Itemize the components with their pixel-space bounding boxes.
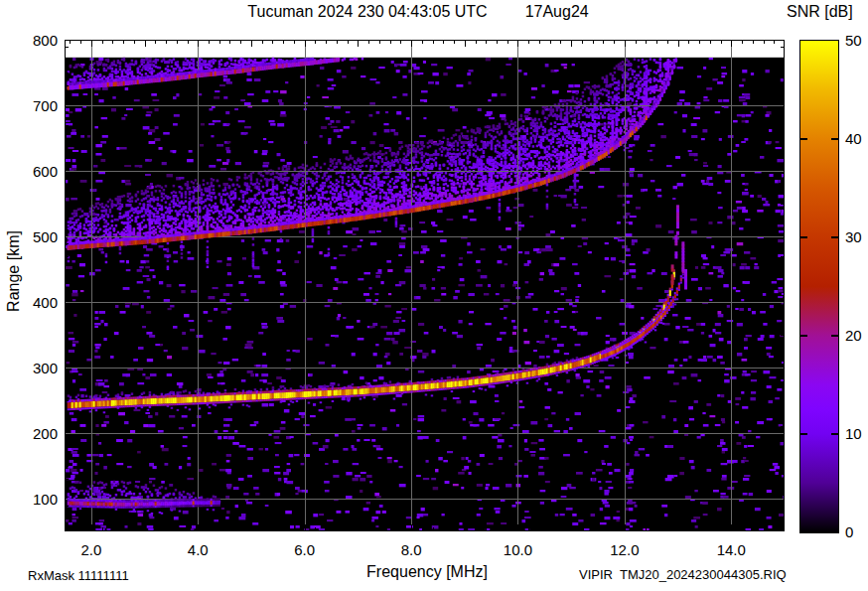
x-axis-label: Frequency [MHz] bbox=[366, 563, 488, 581]
y-tick-label: 300 bbox=[12, 360, 58, 376]
colorbar-tick-label: 10 bbox=[845, 425, 862, 442]
colorbar-title: SNR [dB] bbox=[787, 3, 853, 21]
colorbar-tick-mark bbox=[831, 236, 838, 238]
station-time-title: Tucuman 2024 230 04:43:05 UTC bbox=[247, 3, 487, 21]
x-tick-label: 6.0 bbox=[294, 541, 315, 558]
x-tick-label: 14.0 bbox=[717, 541, 746, 558]
y-tick-label: 100 bbox=[12, 491, 58, 508]
y-tick-label: 800 bbox=[12, 32, 58, 49]
colorbar-tick-mark bbox=[831, 335, 838, 337]
x-tick-label: 10.0 bbox=[504, 541, 532, 558]
ionogram-figure: Tucuman 2024 230 04:43:05 UTC 17Aug24 SN… bbox=[0, 0, 868, 591]
ionogram-heatmap-canvas bbox=[65, 40, 785, 531]
rxmask-label: RxMask 11111111 bbox=[28, 568, 129, 583]
file-name-label: VIPIR TMJ20_2024230044305.RIQ bbox=[579, 567, 787, 582]
date-label: 17Aug24 bbox=[525, 3, 589, 21]
colorbar-tick-mark bbox=[831, 138, 838, 140]
colorbar-tick-mark bbox=[831, 433, 838, 435]
colorbar-tick-label: 0 bbox=[845, 523, 853, 540]
y-tick-label: 200 bbox=[12, 425, 58, 442]
colorbar-tick-label: 30 bbox=[845, 228, 862, 245]
x-tick-label: 8.0 bbox=[401, 541, 422, 558]
y-tick-label: 400 bbox=[12, 294, 58, 311]
colorbar-tick-label: 20 bbox=[845, 327, 862, 344]
y-tick-label: 500 bbox=[12, 228, 58, 245]
colorbar-tick-mark bbox=[800, 335, 807, 337]
y-tick-label: 600 bbox=[12, 163, 58, 180]
colorbar-tick-mark bbox=[800, 236, 807, 238]
colorbar-tick-label: 50 bbox=[845, 32, 862, 49]
x-tick-label: 2.0 bbox=[80, 541, 101, 558]
x-tick-label: 12.0 bbox=[610, 541, 639, 558]
snr-colorbar bbox=[799, 40, 839, 533]
y-tick-label: 700 bbox=[12, 97, 58, 114]
colorbar-tick-mark bbox=[800, 138, 807, 140]
colorbar-tick-label: 40 bbox=[845, 130, 862, 147]
x-tick-label: 4.0 bbox=[188, 541, 209, 558]
colorbar-tick-mark bbox=[800, 433, 807, 435]
figure-title-row: Tucuman 2024 230 04:43:05 UTC 17Aug24 bbox=[247, 3, 588, 21]
